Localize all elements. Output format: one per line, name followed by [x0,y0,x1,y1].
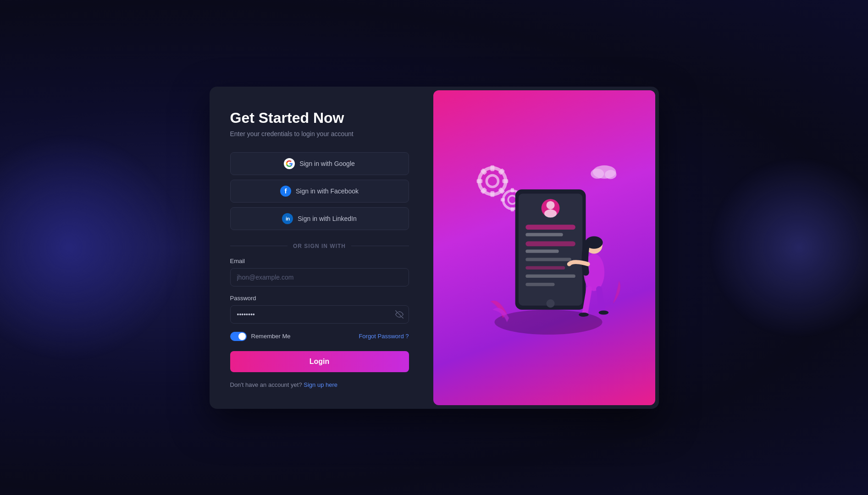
svg-point-38 [579,313,589,317]
linkedin-icon: in [282,213,293,224]
page-title: Get Started Now [230,110,409,126]
facebook-button-label: Sign in with Facebook [296,187,359,195]
remember-me-toggle[interactable] [230,332,247,341]
svg-point-18 [591,169,604,179]
eye-off-icon [395,310,404,319]
svg-rect-31 [525,266,565,270]
svg-point-25 [544,209,557,218]
svg-point-34 [546,299,554,308]
or-divider: OR SIGN IN WITH [230,243,409,249]
remember-forgot-row: Remember Me Forgot Password ? [230,332,409,341]
toggle-password-button[interactable] [395,310,404,319]
forgot-password-link[interactable]: Forgot Password ? [359,333,409,340]
svg-point-39 [598,311,608,315]
svg-point-2 [487,176,498,187]
google-button-label: Sign in with Google [299,160,355,167]
remember-me-group: Remember Me [230,332,291,341]
facebook-signin-button[interactable]: f Sign in with Facebook [230,180,409,203]
facebook-icon: f [280,186,291,197]
signup-text: Don't have an account yet? [230,381,302,388]
page-subtitle: Enter your credentials to login your acc… [230,130,409,138]
svg-rect-15 [501,198,505,201]
remember-me-label: Remember Me [251,333,291,340]
svg-rect-28 [525,241,575,246]
svg-rect-33 [525,283,554,286]
svg-rect-13 [510,188,514,192]
left-panel: Get Started Now Enter your credentials t… [210,87,430,409]
svg-rect-30 [525,258,571,261]
google-icon [284,158,295,169]
svg-rect-6 [502,179,508,183]
svg-rect-27 [525,233,563,236]
signup-link[interactable]: Sign up here [304,381,337,388]
svg-rect-4 [490,191,494,197]
svg-rect-29 [525,250,558,253]
svg-rect-3 [490,165,494,171]
svg-rect-5 [476,179,482,183]
right-panel [433,90,655,405]
toggle-knob [238,333,246,340]
login-button[interactable]: Login [230,351,409,372]
svg-rect-32 [525,275,575,278]
svg-point-19 [605,170,616,179]
linkedin-button-label: Sign in with LinkedIn [298,215,356,222]
password-input[interactable] [230,305,409,324]
illustration [457,138,631,358]
linkedin-signin-button[interactable]: in Sign in with LinkedIn [230,207,409,230]
google-signin-button[interactable]: Sign in with Google [230,152,409,175]
password-wrapper [230,305,409,324]
signup-row: Don't have an account yet? Sign up here [230,381,409,388]
password-label: Password [230,295,409,302]
divider-text: OR SIGN IN WITH [293,243,346,249]
email-label: Email [230,258,409,264]
svg-rect-26 [525,225,575,230]
svg-rect-14 [510,207,514,211]
login-modal: Get Started Now Enter your credentials t… [210,87,659,409]
email-input[interactable] [230,268,409,286]
svg-point-24 [546,201,554,209]
